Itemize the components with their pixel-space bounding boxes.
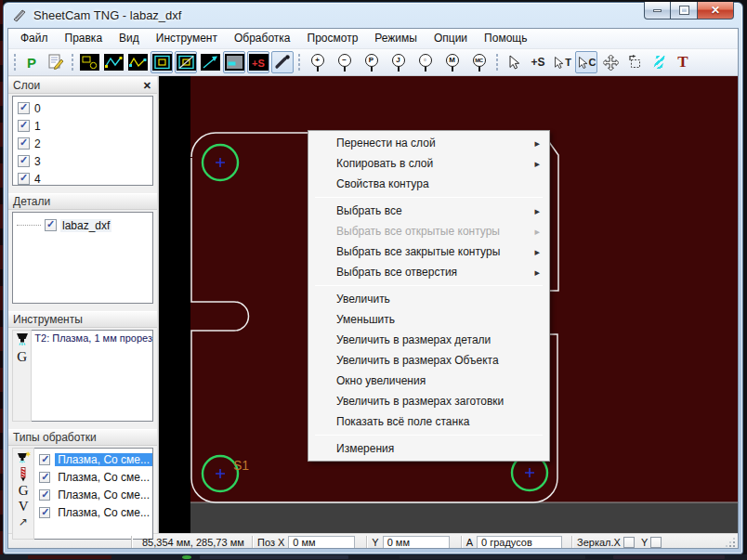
part-row[interactable]: labaz_dxf [13, 216, 152, 234]
plasma-operation-icon[interactable] [16, 450, 31, 465]
angle-value[interactable]: 0 градусов [477, 536, 562, 549]
operation-row[interactable]: Плазма, Со сме... [34, 468, 152, 486]
zoom-machine-button[interactable]: MC [466, 51, 491, 73]
menu-operations[interactable]: Обработка [226, 29, 299, 48]
show-part-button[interactable] [151, 51, 173, 73]
zoom-out-button[interactable]: − [332, 51, 357, 73]
pos-x-value[interactable]: 0 мм [288, 536, 355, 549]
context-menu-item-move-to-layer[interactable]: Перенести на слой [309, 133, 548, 153]
context-menu-item-zoom-part[interactable]: Увеличить в размерах детали [309, 330, 548, 350]
operations-list[interactable]: Плазма, Со сме... Плазма, Со сме... Плаз… [34, 448, 153, 540]
operation-checkbox[interactable] [39, 489, 50, 501]
zoom-job-icon: J [392, 54, 405, 67]
menu-help[interactable]: Помощь [476, 29, 535, 48]
context-menu-item-select-all[interactable]: Выбрать все [309, 201, 548, 221]
operation-row[interactable]: Плазма, Со сме... [34, 486, 152, 503]
measure-button[interactable] [648, 51, 670, 73]
menu-options[interactable]: Опции [426, 29, 476, 48]
operation-checkbox[interactable] [39, 472, 50, 483]
part-checkbox[interactable] [45, 219, 57, 231]
show-pierce-points-button[interactable]: +S [247, 51, 269, 73]
select-toolpath-button[interactable]: T [551, 51, 573, 73]
zoom-window-button[interactable]: ▫ [413, 51, 438, 73]
operation-checkbox[interactable] [39, 454, 50, 465]
zoom-part-button[interactable]: P [359, 51, 384, 73]
edit-post-button[interactable] [45, 51, 67, 73]
drawing-canvas[interactable]: S1 Перенести на слой Копировать в слой С… [159, 76, 738, 533]
layers-list[interactable]: 0 1 2 3 4 [12, 96, 153, 186]
title-bar[interactable]: SheetCam TNG - labaz_dxf ✕ [4, 3, 742, 28]
menu-edit[interactable]: Правка [57, 29, 111, 48]
layer-row[interactable]: 0 [13, 99, 152, 117]
gcode-icon[interactable]: G [17, 350, 27, 364]
pen-tool-button[interactable] [271, 51, 294, 73]
rotate-part-button[interactable] [623, 51, 646, 73]
layer-row[interactable]: 3 [13, 152, 152, 170]
mirror-x-checkbox[interactable] [623, 537, 635, 548]
parts-tree[interactable]: labaz_dxf [12, 212, 153, 304]
menu-modes[interactable]: Режимы [366, 29, 426, 48]
operation-checkbox[interactable] [39, 507, 50, 518]
operation-row[interactable]: Плазма, Со сме... [34, 503, 152, 521]
menu-file[interactable]: Файл [12, 29, 57, 48]
layer-checkbox[interactable] [18, 102, 30, 114]
context-menu-item-contour-properties[interactable]: Свойства контура [309, 174, 548, 194]
pos-y-value[interactable]: 0 мм [383, 536, 450, 549]
context-menu-item-zoom-material[interactable]: Увеличить в размерах заготовки [309, 391, 548, 411]
layer-row[interactable]: 2 [13, 135, 152, 152]
toolbar-grip[interactable] [495, 53, 499, 72]
tool-row[interactable]: T2: Плазма, 1 мм прорез [32, 331, 152, 344]
zoom-material-button[interactable]: M [439, 51, 465, 73]
context-menu-item-show-machine[interactable]: Показать всё поле станка [309, 411, 548, 432]
post-process-button[interactable]: P [20, 51, 43, 73]
show-material-button[interactable] [223, 51, 245, 73]
show-drawing-button[interactable] [78, 51, 100, 73]
context-menu-item-copy-to-layer[interactable]: Копировать в слой [309, 153, 548, 174]
context-menu-item-zoom-out[interactable]: Уменьшить [309, 309, 548, 330]
move-part-button[interactable] [599, 51, 622, 73]
layers-panel-close-icon[interactable]: ✕ [143, 81, 151, 90]
context-menu-item-zoom-object[interactable]: Увеличить в размерах Объекта [309, 350, 548, 371]
select-tool-button[interactable] [503, 51, 525, 73]
toolbar-grip[interactable] [71, 53, 74, 72]
restore-button[interactable] [671, 2, 697, 20]
layer-row[interactable]: 1 [13, 117, 152, 135]
context-menu-item-select-closed-contours[interactable]: Выбрать все закрытые контуры [309, 241, 548, 262]
layer-row[interactable]: 4 [13, 170, 152, 186]
operations-panel-body: G V ↗ Плазма, Со сме... Плазма, Со сме..… [12, 448, 153, 540]
minimize-button[interactable] [644, 2, 671, 20]
menu-view[interactable]: Вид [111, 29, 148, 48]
vcarve-operation-icon[interactable]: V [19, 500, 29, 514]
show-rapids-button[interactable] [102, 51, 124, 73]
show-direction-button[interactable] [199, 51, 221, 73]
layer-checkbox[interactable] [18, 120, 30, 132]
select-contour-button[interactable]: C [575, 51, 597, 73]
toolbar-grip[interactable] [297, 53, 301, 72]
operation-row[interactable]: Плазма, Со сме... [34, 450, 152, 468]
set-start-point-button[interactable]: +S [527, 51, 549, 73]
context-menu-item-measure[interactable]: Измерения [309, 438, 548, 459]
close-button[interactable]: ✕ [697, 2, 734, 20]
gcode-operation-icon[interactable]: G [19, 484, 29, 498]
toolbar-grip[interactable] [13, 53, 17, 72]
layer-checkbox[interactable] [18, 155, 30, 167]
mirror-y-checkbox[interactable] [650, 537, 662, 548]
context-menu-item-zoom-window[interactable]: Окно увеличения [309, 371, 548, 391]
context-menu-item-select-holes[interactable]: Выбрать все отверстия [309, 262, 548, 282]
arrow-operation-icon[interactable]: ↗ [19, 515, 28, 528]
menu-tool[interactable]: Инструмент [148, 29, 226, 48]
drill-operation-icon[interactable] [18, 467, 29, 482]
text-tool-button[interactable]: T [672, 51, 694, 73]
context-menu: Перенести на слой Копировать в слой Свой… [308, 130, 550, 462]
context-menu-item-zoom-in[interactable]: Увеличить [309, 289, 548, 309]
layer-checkbox[interactable] [18, 137, 30, 150]
show-part-toolpath-button[interactable] [175, 51, 197, 73]
plasma-torch-icon[interactable] [15, 332, 30, 348]
layer-checkbox[interactable] [18, 173, 30, 185]
zoom-job-button[interactable]: J [386, 51, 411, 73]
menu-display[interactable]: Просмотр [299, 29, 367, 48]
zoom-in-button[interactable]: + [305, 51, 330, 73]
resize-grip[interactable] [725, 536, 738, 549]
tools-list[interactable]: T2: Плазма, 1 мм прорез [32, 330, 153, 422]
show-toolpath-button[interactable] [126, 51, 149, 73]
